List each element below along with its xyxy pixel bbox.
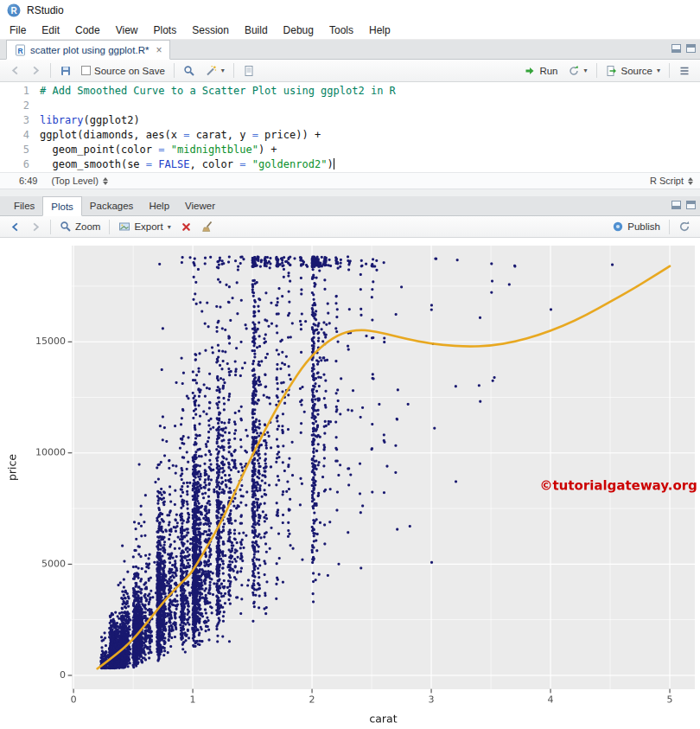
plot-pane (0, 238, 700, 729)
toolbar-separator (50, 63, 51, 78)
source-file-icon (606, 65, 618, 77)
updown-arrows-icon (103, 177, 108, 185)
source-toolbar: Source on Save ▾ (0, 60, 700, 82)
menu-tools[interactable]: Tools (321, 22, 361, 38)
line-number: 2 (0, 99, 40, 113)
bottom-tabs: FilesPlotsPackagesHelpViewer (6, 195, 223, 215)
source-label: Source (621, 66, 652, 76)
search-icon (183, 65, 195, 77)
rerun-button[interactable]: ▾ (563, 63, 592, 79)
tab-close-icon[interactable]: × (156, 44, 162, 56)
dropdown-caret-icon: ▾ (221, 67, 225, 74)
rstudio-window: R RStudio FileEditCodeViewPlotsSessionBu… (0, 0, 700, 729)
code-line[interactable]: 3library(ggplot2) (0, 113, 700, 128)
menu-code[interactable]: Code (67, 22, 108, 38)
updown-arrows-icon (688, 177, 693, 185)
minimize-pane-icon[interactable] (671, 44, 681, 53)
source-tab[interactable]: R scatter plot using ggplot.R* × (6, 40, 170, 60)
previous-plot-button[interactable] (5, 220, 25, 234)
export-label: Export (134, 221, 162, 232)
document-outline-button[interactable] (674, 63, 695, 79)
toolbar-separator (50, 220, 51, 234)
maximize-pane-icon[interactable] (686, 44, 696, 53)
source-on-save-checkbox[interactable]: Source on Save (77, 64, 169, 78)
code-line[interactable]: 1# Add Smoothed Curve to a Scatter Plot … (0, 84, 700, 99)
tab-packages[interactable]: Packages (82, 195, 142, 215)
back-arrow-icon (10, 221, 21, 233)
file-type-selector[interactable]: R Script (650, 176, 693, 186)
scope-label: (Top Level) (51, 176, 98, 186)
tab-files[interactable]: Files (6, 195, 42, 215)
toolbar-separator (596, 63, 597, 78)
source-button[interactable]: Source ▾ (601, 63, 665, 79)
line-number: 1 (0, 84, 40, 99)
menu-plots[interactable]: Plots (146, 22, 185, 38)
zoom-icon (60, 221, 72, 233)
compile-report-button[interactable] (239, 63, 259, 79)
remove-plot-button[interactable] (176, 220, 196, 234)
code-text: ggplot(diamonds, aes(x = carat, y = pric… (40, 128, 321, 143)
source-tab-title: scatter plot using ggplot.R* (30, 45, 149, 55)
menu-edit[interactable]: Edit (34, 22, 67, 38)
svg-text:R: R (10, 6, 17, 16)
checkbox-icon[interactable] (81, 66, 91, 75)
r-file-icon: R (15, 44, 26, 56)
menu-debug[interactable]: Debug (276, 22, 321, 38)
menu-help[interactable]: Help (361, 22, 398, 38)
save-icon (60, 65, 72, 77)
code-text: # Add Smoothed Curve to a Scatter Plot u… (40, 84, 396, 99)
bottom-pane-tabbar: FilesPlotsPackagesHelpViewer (0, 196, 700, 216)
dropdown-caret-icon: ▾ (584, 67, 588, 74)
line-number: 4 (0, 128, 40, 143)
publish-label: Publish (627, 221, 660, 232)
menu-view[interactable]: View (108, 22, 146, 38)
code-text: library(ggplot2) (40, 113, 140, 128)
code-line[interactable]: 5 geom_point(color = "midnightblue") + (0, 143, 700, 157)
back-arrow-icon (10, 65, 21, 76)
save-button[interactable] (55, 63, 76, 79)
find-replace-button[interactable] (179, 63, 200, 79)
minimize-pane-icon[interactable] (671, 201, 681, 209)
refresh-plot-button[interactable] (674, 219, 695, 234)
tab-viewer[interactable]: Viewer (177, 195, 223, 215)
code-line[interactable]: 6 geom_smooth(se = FALSE, color = "golde… (0, 157, 700, 172)
menu-build[interactable]: Build (237, 22, 276, 38)
cursor-position: 6:49 (19, 176, 37, 186)
forward-arrow-icon (30, 65, 41, 76)
toolbar-separator (174, 63, 175, 78)
source-tabbar: R scatter plot using ggplot.R* × (0, 40, 700, 60)
code-tools-button[interactable]: ▾ (200, 63, 229, 79)
dropdown-caret-icon: ▾ (657, 67, 660, 74)
export-button[interactable]: Export ▾ (114, 219, 175, 234)
text-cursor (334, 158, 335, 169)
code-editor[interactable]: 1# Add Smoothed Curve to a Scatter Plot … (0, 82, 700, 172)
code-text: geom_point(color = "midnightblue") + (40, 143, 277, 157)
zoom-button[interactable]: Zoom (55, 219, 105, 234)
scope-selector[interactable]: (Top Level) (51, 176, 107, 186)
magic-wand-icon (205, 65, 217, 77)
code-line[interactable]: 2 (0, 99, 700, 113)
run-icon (524, 65, 536, 77)
notebook-icon (243, 65, 255, 77)
clear-plots-button[interactable] (197, 219, 218, 234)
zoom-label: Zoom (75, 221, 100, 232)
code-line[interactable]: 4ggplot(diamonds, aes(x = carat, y = pri… (0, 128, 700, 143)
publish-button[interactable]: Publish (608, 219, 665, 234)
next-plot-button[interactable] (26, 220, 46, 234)
code-text: geom_smooth(se = FALSE, color = "goldenr… (40, 157, 334, 172)
maximize-pane-icon[interactable] (686, 201, 696, 209)
menu-session[interactable]: Session (184, 22, 237, 38)
source-on-save-label: Source on Save (94, 66, 165, 76)
back-button[interactable] (5, 63, 25, 78)
rerun-icon (568, 65, 580, 77)
forward-button[interactable] (26, 63, 46, 78)
export-image-icon (118, 221, 130, 233)
run-button[interactable]: Run (519, 63, 562, 79)
source-pane-controls (671, 44, 696, 53)
menu-file[interactable]: File (2, 22, 34, 38)
broom-icon (201, 221, 213, 233)
tab-plots[interactable]: Plots (42, 196, 82, 216)
tab-help[interactable]: Help (141, 195, 177, 215)
refresh-icon (678, 221, 690, 233)
plot-toolbar: Zoom Export ▾ (0, 216, 700, 238)
